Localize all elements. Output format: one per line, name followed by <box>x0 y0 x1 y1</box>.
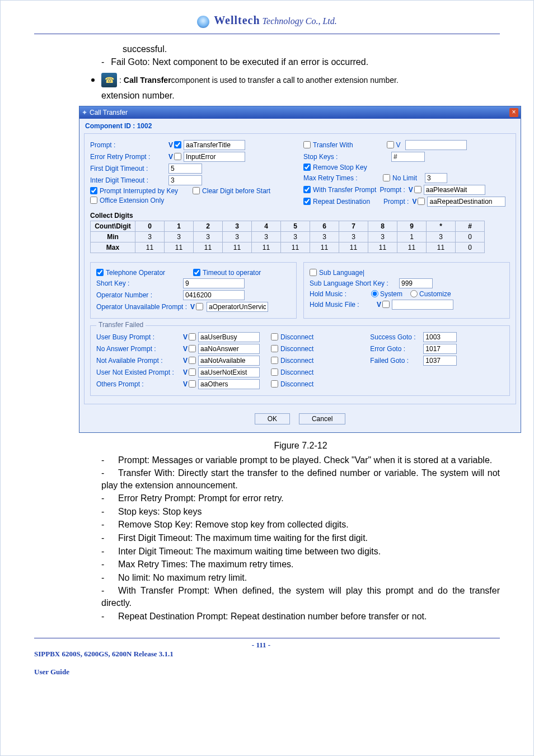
err-retry-var-check[interactable] <box>168 153 181 161</box>
sub-lang-key-input[interactable] <box>399 278 433 288</box>
noexist-input[interactable] <box>198 367 260 377</box>
header-divider <box>34 34 500 34</box>
failed-goto-label: Failed Goto : <box>370 357 423 365</box>
cancel-button[interactable]: Cancel <box>299 413 345 424</box>
first-digit-input[interactable] <box>168 164 202 174</box>
sub-language-group: Sub Language | Sub Language Short Key : … <box>303 262 510 319</box>
transfer-with-input[interactable] <box>405 140 467 150</box>
stop-keys-input[interactable] <box>391 152 425 162</box>
busy-var[interactable] <box>183 333 196 341</box>
note-item: -Error Retry Prompt: Prompt for error re… <box>101 492 500 505</box>
timeout-op-check[interactable]: Timeout to operator <box>193 269 261 277</box>
stop-keys-label: Stop Keys : <box>303 153 366 161</box>
navail-disconnect-check[interactable]: Disconnect <box>271 357 313 365</box>
dash: - <box>101 57 104 67</box>
call-transfer-rest: component is used to transfer a call to … <box>171 76 399 85</box>
intro-successful: successful. <box>123 43 500 55</box>
inter-digit-input[interactable] <box>168 175 202 185</box>
tel-op-check[interactable]: Telephone Operator <box>96 269 165 277</box>
first-digit-label: First Digit Timeout : <box>90 165 168 172</box>
remove-stop-check[interactable]: Remove Stop Key <box>303 164 367 171</box>
close-icon[interactable]: × <box>509 108 518 117</box>
op-unavail-input[interactable] <box>207 302 268 312</box>
busy-disconnect-check[interactable]: Disconnect <box>271 333 313 341</box>
collect-digits-header: Collect Digits <box>90 212 510 220</box>
titlebar: ✦ Call Transfer × <box>79 106 521 119</box>
others-var[interactable] <box>183 380 196 388</box>
hold-music-customize-radio[interactable]: Customize <box>405 290 451 298</box>
no-limit-check[interactable]: No Limit <box>383 174 417 182</box>
inter-digit-label: Inter Digit Timeout : <box>90 176 168 184</box>
component-id: Component ID : 1002 <box>85 122 515 130</box>
prompt-interrupted-check[interactable]: Prompt Interrupted by Key <box>90 187 178 195</box>
noans-var[interactable] <box>183 345 196 353</box>
prompt-var-check[interactable] <box>168 141 181 149</box>
op-unavail-label: Operator Unavailable Prompt : <box>96 303 187 311</box>
hold-music-system-radio[interactable]: System <box>366 290 402 298</box>
transfer-failed-legend: Transfer Failed <box>96 321 146 329</box>
notes-list: -Prompt: Messages or variable prompt to … <box>101 454 500 623</box>
hold-music-label: Hold Music : <box>310 290 366 298</box>
others-disconnect-check[interactable]: Disconnect <box>271 380 313 388</box>
hold-file-label: Hold Music File : <box>310 301 366 309</box>
telephone-operator-group: Telephone Operator Timeout to operator S… <box>90 262 297 319</box>
repeat-dest-var[interactable] <box>412 198 425 206</box>
noans-input[interactable] <box>198 344 260 354</box>
figure-caption: Figure 7.2-12 <box>101 441 500 451</box>
max-retry-input[interactable] <box>425 173 447 183</box>
others-input[interactable] <box>198 379 260 389</box>
footer-page: - 111 - <box>252 641 270 676</box>
call-transfer-icon: ☎ <box>101 73 117 87</box>
noans-disconnect-check[interactable]: Disconnect <box>271 345 313 353</box>
busy-input[interactable] <box>198 332 260 342</box>
repeat-dest-check[interactable]: Repeat Destination <box>303 198 370 206</box>
sub-lang-check[interactable]: Sub Language <box>310 269 363 277</box>
with-transfer-check[interactable]: With Transfer Prompt <box>303 186 376 194</box>
op-unavail-var[interactable] <box>190 303 203 311</box>
navail-label: Not Available Prompt : <box>96 357 183 365</box>
prompt-input[interactable] <box>184 140 245 150</box>
note-item: -Max Retry Times: The maximum retry time… <box>101 558 500 571</box>
busy-label: User Busy Prompt : <box>96 333 183 341</box>
footer: SIPPBX 6200S, 6200GS, 6200N Release 3.1.… <box>34 641 500 676</box>
sub-lang-key-label: Sub Language Short Key : <box>310 279 399 287</box>
with-transfer-input[interactable] <box>424 185 485 195</box>
short-key-input[interactable] <box>183 278 245 288</box>
ok-button[interactable]: OK <box>255 413 290 424</box>
noexist-label: User Not Existed Prompt : <box>96 368 183 376</box>
error-goto-input[interactable] <box>423 344 457 354</box>
transfer-with-check[interactable]: Transfer With <box>303 141 353 149</box>
failed-goto-input[interactable] <box>423 356 457 366</box>
company-name: Technology Co., Ltd. <box>263 16 337 26</box>
clear-digit-check[interactable]: Clear Digit before Start <box>193 187 270 195</box>
note-item: -Transfer With: Directly start the trans… <box>101 467 500 491</box>
navail-var[interactable] <box>183 357 196 365</box>
op-num-input[interactable] <box>183 290 245 300</box>
hold-file-input[interactable] <box>392 300 453 310</box>
call-transfer-dialog: ✦ Call Transfer × Component ID : 1002 Pr… <box>79 106 521 433</box>
call-transfer-bold: Call Transfer <box>124 76 171 85</box>
note-item: -Inter Digit Timeout: The maximum waitin… <box>101 545 500 558</box>
with-transfer-var[interactable] <box>409 186 421 194</box>
transfer-failed-group: Transfer Failed User Busy Prompt : Disco… <box>90 325 510 396</box>
note-item: -Prompt: Messages or variable prompt to … <box>101 454 500 466</box>
others-label: Others Prompt : <box>96 380 183 388</box>
dialog-title: Call Transfer <box>90 109 128 116</box>
brand-name: Welltech <box>214 14 260 26</box>
repeat-dest-input[interactable] <box>427 197 505 207</box>
transfer-with-v[interactable]: V <box>387 141 401 149</box>
prompt-label: Prompt : <box>90 141 168 149</box>
footer-line1: SIPPBX 6200S, 6200GS, 6200N Release 3.1.… <box>34 650 174 658</box>
note-item: -Repeat Destination Prompt: Repeat desti… <box>101 610 500 623</box>
note-item: -First Digit Timeout: The maximum time w… <box>101 532 500 544</box>
noexist-var[interactable] <box>183 368 196 376</box>
success-goto-input[interactable] <box>423 332 457 342</box>
welltech-logo-icon <box>197 16 209 28</box>
noexist-disconnect-check[interactable]: Disconnect <box>271 368 313 376</box>
hold-file-var[interactable] <box>377 301 390 309</box>
office-ext-check[interactable]: Office Extension Only <box>90 197 164 204</box>
short-key-label: Short Key : <box>96 279 183 287</box>
navail-input[interactable] <box>198 356 260 366</box>
window-icon: ✦ <box>82 109 87 116</box>
err-retry-input[interactable] <box>184 152 245 162</box>
